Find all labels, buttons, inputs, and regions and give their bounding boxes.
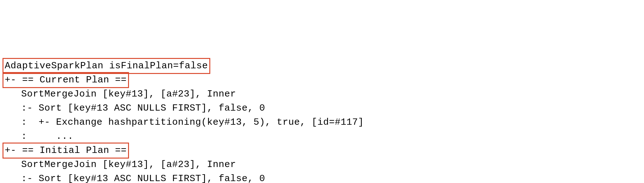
plan-line: : +- Exchange hashpartitioning(key#13, 5… [4, 115, 640, 129]
plan-line: SortMergeJoin [key#13], [a#23], Inner [4, 87, 640, 101]
initial-plan-header-line: +- == Initial Plan == [4, 144, 640, 158]
plan-line: :- Sort [key#13 ASC NULLS FIRST], false,… [4, 172, 640, 183]
highlight-adaptive-plan: AdaptiveSparkPlan isFinalPlan=false [3, 58, 210, 74]
plan-header-line: AdaptiveSparkPlan isFinalPlan=false [4, 59, 640, 73]
highlight-initial-plan: +- == Initial Plan == [3, 143, 129, 159]
current-plan-header-line: +- == Current Plan == [4, 73, 640, 87]
plan-line: :- Sort [key#13 ASC NULLS FIRST], false,… [4, 101, 640, 115]
plan-line: SortMergeJoin [key#13], [a#23], Inner [4, 158, 640, 172]
highlight-current-plan: +- == Current Plan == [3, 72, 129, 88]
plan-line: : ... [4, 129, 640, 144]
